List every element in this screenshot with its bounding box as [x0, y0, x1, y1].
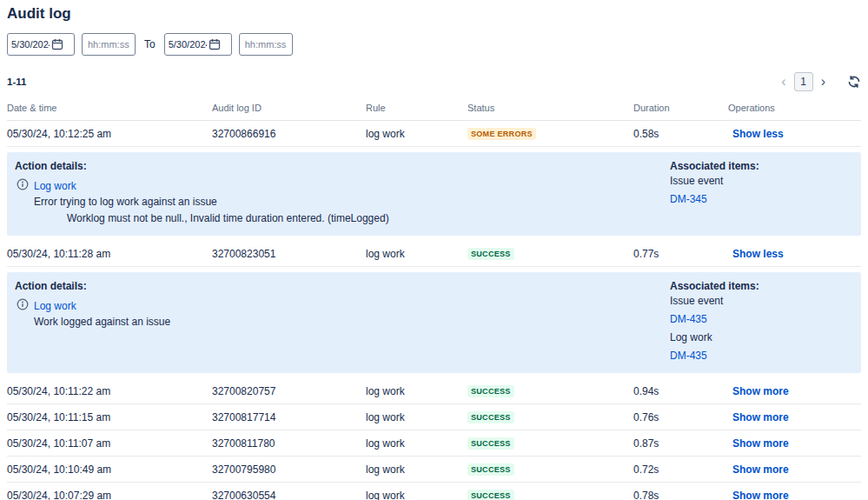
associated-items-list: Issue eventDM-435Log workDM-435 [670, 295, 851, 363]
action-link[interactable]: Log work [34, 180, 76, 192]
cell-status: SUCCESS [467, 489, 633, 500]
cell-status: SUCCESS [467, 463, 633, 476]
toggle-details-link[interactable]: Show more [732, 463, 789, 476]
table-row: 05/30/24, 10:10:49 am 32700795980 log wo… [7, 457, 861, 483]
cell-audit-log-id: 32700866916 [212, 128, 366, 140]
cell-rule: log work [366, 463, 467, 476]
cell-rule: log work [366, 411, 467, 423]
cell-audit-log-id: 32700811780 [212, 437, 366, 450]
audit-log-page: Audit log To 1-11 ‹ 1 › [0, 0, 868, 500]
cell-date-time: 05/30/24, 10:11:22 am [7, 385, 212, 397]
associated-items-section: Associated items: Issue eventDM-435Log w… [670, 280, 851, 363]
previous-page-button[interactable]: ‹ [779, 75, 787, 89]
status-badge: SUCCESS [467, 385, 514, 397]
cell-date-time: 05/30/24, 10:11:15 am [7, 411, 212, 423]
to-date-input[interactable] [167, 39, 209, 50]
action-details-panel: Action details: Log work Work logged aga… [7, 272, 861, 373]
column-header-operations: Operations [728, 103, 861, 113]
audit-log-table: Date & time Audit log ID Rule Status Dur… [7, 101, 861, 500]
from-time-input[interactable] [82, 33, 136, 56]
toggle-details-link[interactable]: Show more [732, 490, 789, 500]
cell-duration: 0.72s [633, 463, 728, 476]
cell-date-time: 05/30/24, 10:07:29 am [7, 490, 212, 500]
cell-operations: Show more [728, 385, 861, 397]
toggle-details-link[interactable]: Show more [732, 411, 789, 423]
status-badge: SUCCESS [467, 437, 514, 450]
cell-duration: 0.77s [633, 248, 728, 260]
associated-item-label: Issue event [670, 295, 851, 308]
cell-duration: 0.78s [633, 490, 728, 500]
details-sub-message: Worklog must not be null., Invalid time … [67, 212, 670, 225]
associated-item-link[interactable]: DM-435 [670, 313, 851, 326]
cell-status: SUCCESS [467, 437, 633, 450]
to-time-input[interactable] [239, 33, 293, 56]
cell-status: SUCCESS [467, 247, 633, 260]
cell-date-time: 05/30/24, 10:12:25 am [7, 128, 212, 140]
cell-duration: 0.94s [633, 385, 728, 397]
info-icon[interactable] [17, 298, 29, 313]
status-badge: SUCCESS [467, 248, 514, 260]
next-page-button[interactable]: › [819, 75, 827, 89]
to-date-field[interactable] [164, 33, 232, 56]
table-row: 05/30/24, 10:07:29 am 32700630554 log wo… [7, 483, 861, 500]
cell-operations: Show more [728, 490, 861, 500]
results-range-label: 1-11 [7, 77, 26, 87]
table-row: 05/30/24, 10:11:22 am 32700820757 log wo… [7, 378, 861, 404]
cell-operations: Show more [728, 463, 861, 476]
status-badge: SOME ERRORS [467, 128, 536, 140]
table-row: 05/30/24, 10:12:25 am 32700866916 log wo… [7, 121, 861, 147]
action-details-panel: Action details: Log work Error trying to… [7, 152, 861, 236]
cell-audit-log-id: 32700823051 [212, 248, 366, 260]
associated-item-label: Log work [670, 331, 851, 344]
details-message: Error trying to log work against an issu… [34, 196, 670, 209]
cell-duration: 0.87s [633, 437, 728, 450]
column-header-audit-log-id: Audit log ID [212, 103, 366, 113]
status-badge: SUCCESS [467, 411, 514, 423]
cell-audit-log-id: 32700820757 [212, 385, 366, 397]
table-row: 05/30/24, 10:11:28 am 32700823051 log wo… [7, 241, 861, 267]
action-details-section: Action details: Log work Error trying to… [15, 160, 670, 225]
current-page-button[interactable]: 1 [794, 72, 813, 91]
cell-audit-log-id: 32700817714 [212, 411, 366, 423]
column-header-status: Status [467, 103, 633, 113]
pagination: ‹ 1 › [779, 72, 861, 91]
cell-audit-log-id: 32700630554 [212, 490, 366, 500]
action-link[interactable]: Log work [34, 300, 76, 312]
associated-item-link[interactable]: DM-345 [670, 193, 851, 206]
calendar-icon[interactable] [51, 38, 63, 50]
table-row: 05/30/24, 10:11:07 am 32700811780 log wo… [7, 430, 861, 457]
from-date-field[interactable] [7, 33, 75, 56]
cell-rule: log work [366, 385, 467, 397]
cell-status: SUCCESS [467, 410, 633, 423]
cell-date-time: 05/30/24, 10:11:28 am [7, 248, 212, 260]
toggle-details-link[interactable]: Show less [732, 248, 784, 260]
meta-row: 1-11 ‹ 1 › [7, 71, 861, 92]
status-badge: SUCCESS [467, 490, 514, 500]
from-date-input[interactable] [10, 39, 51, 50]
associated-item-link[interactable]: DM-435 [670, 350, 851, 363]
cell-rule: log work [366, 437, 467, 450]
action-details-heading: Action details: [15, 160, 670, 173]
action-details-section: Action details: Log work Work logged aga… [15, 280, 670, 363]
associated-items-list: Issue eventDM-345 [670, 175, 851, 206]
info-icon[interactable] [17, 178, 29, 193]
refresh-icon[interactable] [847, 75, 861, 89]
cell-rule: log work [366, 128, 467, 140]
table-header: Date & time Audit log ID Rule Status Dur… [7, 101, 861, 121]
cell-operations: Show more [728, 411, 861, 423]
cell-status: SUCCESS [467, 384, 633, 397]
calendar-icon[interactable] [209, 38, 221, 50]
toggle-details-link[interactable]: Show more [732, 437, 789, 450]
column-header-rule: Rule [366, 103, 467, 113]
associated-items-heading: Associated items: [670, 160, 851, 173]
column-header-date-time: Date & time [7, 103, 212, 113]
table-body: 05/30/24, 10:12:25 am 32700866916 log wo… [7, 121, 861, 500]
toggle-details-link[interactable]: Show more [732, 385, 789, 397]
table-row: 05/30/24, 10:11:15 am 32700817714 log wo… [7, 404, 861, 430]
cell-operations: Show less [728, 128, 861, 140]
column-header-duration: Duration [633, 103, 728, 113]
toggle-details-link[interactable]: Show less [732, 128, 784, 140]
action-line: Log work [17, 298, 670, 313]
cell-date-time: 05/30/24, 10:10:49 am [7, 463, 212, 476]
details-message: Work logged against an issue [34, 316, 670, 329]
